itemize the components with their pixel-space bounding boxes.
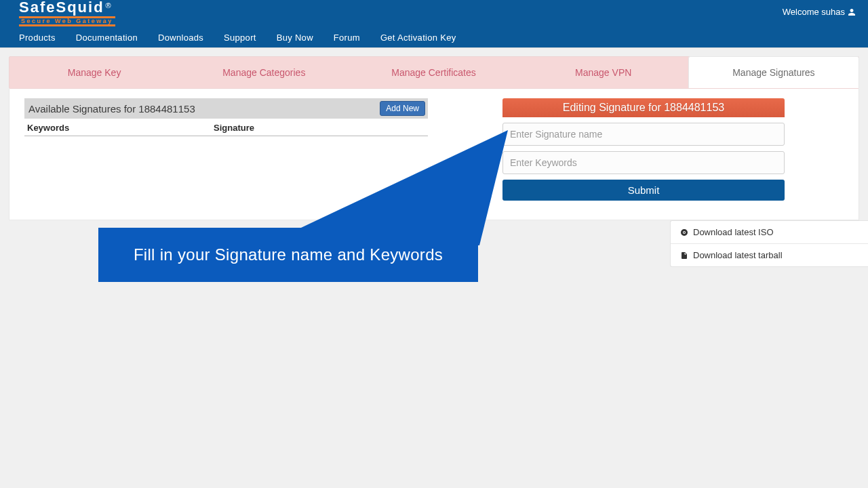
tab-manage-key[interactable]: Manage Key [9,57,179,88]
brand-tagline: Secure Web Gateway [19,16,115,26]
download-tarball-label: Download latest tarball [693,250,783,260]
tab-bar: Manage Key Manage Categories Manage Cert… [9,56,859,89]
nav-support[interactable]: Support [224,33,256,43]
submit-button[interactable]: Submit [502,180,785,201]
welcome-text: Welcome suhas [783,7,845,17]
editing-signature-banner: Editing Signature for 1884481153 [502,98,785,117]
tab-manage-certificates[interactable]: Manage Certificates [349,57,518,88]
user-icon [848,8,856,16]
instruction-callout: Fill in your Signature name and Keywords [98,228,478,282]
tab-manage-categories[interactable]: Manage Categories [179,57,349,88]
tab-manage-vpn[interactable]: Manage VPN [519,57,688,88]
nav-documentation[interactable]: Documentation [76,33,138,43]
nav-buy-now[interactable]: Buy Now [277,33,313,43]
brand-logo: SafeSquid® Secure Web Gateway [19,0,115,26]
brand-name: SafeSquid [19,0,104,16]
download-panel: Download latest ISO Download latest tarb… [670,220,868,267]
disc-icon [680,228,688,237]
nav-downloads[interactable]: Downloads [158,33,203,43]
nav-forum[interactable]: Forum [334,33,360,43]
download-tarball-link[interactable]: Download latest tarball [671,243,868,266]
available-signatures-title: Available Signatures for 1884481153 [28,103,195,115]
download-iso-label: Download latest ISO [693,227,774,237]
signature-name-input[interactable] [502,123,785,146]
tab-manage-signatures[interactable]: Manage Signatures [688,56,859,88]
add-new-button[interactable]: Add New [380,101,425,116]
nav-activation-key[interactable]: Get Activation Key [380,33,456,43]
download-iso-link[interactable]: Download latest ISO [671,221,868,243]
topbar: SafeSquid® Secure Web Gateway Welcome su… [0,0,868,27]
available-signatures-header: Available Signatures for 1884481153 Add … [24,98,428,119]
welcome-user[interactable]: Welcome suhas [783,7,856,17]
file-icon [680,251,688,260]
brand-registered: ® [106,1,111,9]
edit-signature-panel: Editing Signature for 1884481153 Submit [502,98,785,201]
callout-text: Fill in your Signature name and Keywords [134,245,443,264]
keywords-input[interactable] [502,151,785,174]
nav-products[interactable]: Products [19,33,56,43]
column-keywords: Keywords [27,123,214,133]
main-nav: Products Documentation Downloads Support… [0,27,868,48]
